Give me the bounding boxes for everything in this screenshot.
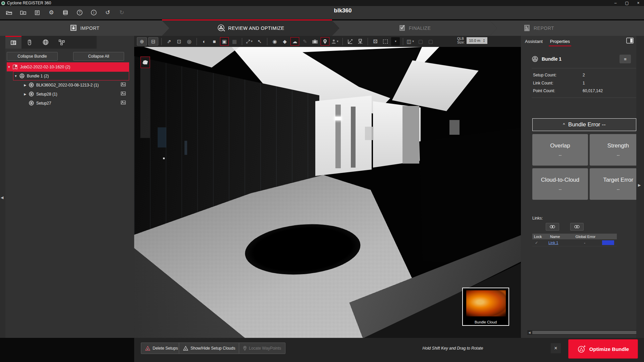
separator (403, 38, 403, 45)
bundle-error-button[interactable]: ^ Bundle Error -- (532, 118, 636, 131)
draw-link-icon[interactable]: ✎ (301, 37, 309, 46)
target-icon[interactable]: ◉ (270, 37, 279, 46)
viewport-bottom-bar: Delete Setups Show/Hide Setup Clouds Loc… (134, 338, 644, 362)
image-view-icon[interactable]: ▦ (230, 37, 239, 46)
unlock-link-button[interactable] (570, 223, 584, 231)
close-button[interactable]: × (633, 0, 644, 6)
open-project-icon[interactable] (4, 8, 14, 17)
lock-link-button[interactable] (546, 223, 559, 231)
settings-gear-icon[interactable]: ⚙ (46, 8, 56, 17)
undo-icon[interactable]: ↺ (103, 8, 113, 17)
show-hide-setup-clouds-button[interactable]: Show/Hide Setup Clouds (179, 343, 239, 354)
limit-box-edit-icon[interactable]: ▢ (416, 37, 425, 46)
expander-icon[interactable]: ▶ (23, 93, 28, 96)
dropdown-icon[interactable]: ▼ (336, 40, 339, 43)
delete-setups-button[interactable]: Delete Setups (141, 343, 182, 354)
scene-exit-sign (335, 117, 341, 120)
link-name[interactable]: Link 1 (548, 241, 558, 245)
camera-position-icon[interactable] (356, 37, 365, 46)
panorama-view-icon[interactable]: ▣ (220, 37, 229, 46)
horizontal-scrollbar[interactable]: ◀ ▶ (527, 330, 641, 335)
tab-properties[interactable]: Properties (549, 38, 571, 46)
camera-icon[interactable] (311, 37, 319, 46)
zoom-region-icon[interactable]: ◎ (185, 37, 194, 46)
solid-color-icon[interactable]: ■ (210, 37, 219, 46)
pick-icon[interactable]: ↖ (255, 37, 264, 46)
tree-row-job[interactable]: ▼ JobG2-2022-02-10-1620 (2) (7, 62, 129, 71)
project-card-icon[interactable] (32, 8, 42, 17)
setup-image-icon[interactable] (121, 92, 126, 97)
job-icon (12, 64, 18, 70)
expand-panel-arrow[interactable]: ▶ (638, 183, 641, 187)
tree-row-label: Setup28 (1) (36, 92, 57, 97)
qlb-spinner[interactable]: ▲▼ (483, 39, 485, 43)
maximize-button[interactable]: ▢ (621, 0, 633, 6)
bundle-icon (532, 56, 538, 62)
collapse-bundle-button[interactable]: Collapse Bundle (7, 52, 58, 61)
project-explorer-tab[interactable] (5, 36, 21, 49)
web-tab[interactable] (38, 36, 54, 49)
network-tab[interactable] (54, 36, 70, 49)
dropdown-icon[interactable]: ▼ (251, 40, 253, 43)
optimize-bundle-button[interactable]: Optimize Bundle (568, 339, 638, 359)
marquee-select-icon[interactable] (381, 37, 390, 46)
add-axis-icon[interactable] (346, 37, 355, 46)
tab-import[interactable]: IMPORT (0, 20, 169, 36)
tab-assistant[interactable]: Assistant (524, 38, 544, 46)
collapse-all-button[interactable]: Collapse All (73, 52, 124, 61)
limit-box-icon[interactable]: ◫▼ (406, 37, 415, 46)
expander-icon[interactable]: ▼ (13, 74, 18, 78)
close-bar-icon[interactable]: × (551, 343, 561, 353)
tree-row-setup[interactable]: Setup27 (23, 99, 129, 108)
fit-view-icon[interactable]: ⊡ (175, 37, 183, 46)
report-icon (523, 24, 531, 33)
tag-icon[interactable]: ◆ (280, 37, 289, 46)
link-row[interactable]: ✓ Link 1 - (532, 239, 617, 246)
select-mode-dropdown[interactable]: ▼ (391, 37, 400, 46)
measure-icon[interactable]: ⤢▼ (245, 37, 254, 46)
waypoint-pin-icon[interactable] (321, 37, 329, 46)
locate-waypoints-button[interactable]: Locate WayPoints (239, 343, 285, 354)
tab-finalize[interactable]: FINALIZE (332, 20, 497, 36)
plan-view-icon[interactable] (141, 57, 150, 68)
point-cloud-scene[interactable]: Bundle Cloud (134, 47, 521, 338)
stat-setup-count: Setup Count:2 (533, 73, 634, 77)
remove-bundle-icon[interactable]: ⊟ (148, 37, 158, 46)
tree-row-setup[interactable]: ▶ Setup28 (1) (23, 89, 129, 99)
storage-database-icon[interactable] (60, 8, 70, 17)
setup-image-icon[interactable] (121, 101, 126, 106)
bundle-header: Bundle 1 (532, 56, 561, 62)
dice-view-icon[interactable]: ⚄ (371, 37, 380, 46)
close-project-icon[interactable] (18, 8, 28, 17)
qlb-size-input[interactable]: 10.0 m ▲▼ (467, 37, 487, 44)
tab-review-and-optimize[interactable]: REVIEW AND OPTIMIZE (162, 20, 339, 36)
redo-icon[interactable]: ↻ (117, 8, 127, 17)
setup-image-icon[interactable] (121, 82, 126, 87)
stat-link-count: Link Count:1 (533, 81, 634, 85)
person-link-icon[interactable]: ▼ (331, 37, 339, 46)
bundle-cloud-thumbnail[interactable]: Bundle Cloud (462, 288, 509, 326)
attachments-tab[interactable] (21, 36, 38, 49)
scrollbar-thumb[interactable] (532, 331, 636, 334)
bundle-list-button[interactable]: ≡ (620, 55, 631, 63)
pane-layout-icon[interactable] (625, 37, 635, 45)
point-color-icon[interactable]: ◐ (200, 37, 209, 46)
project-title: blk360 (316, 7, 370, 14)
help-icon[interactable]: ? (74, 8, 85, 17)
minimize-button[interactable]: – (610, 0, 621, 6)
tree-row-setup[interactable]: ▶ BLK360G2_2022-03-08-1213-2 (1) (23, 80, 129, 89)
share-view-icon[interactable]: ⇗ (165, 37, 173, 46)
tree-row-bundle[interactable]: ▼ Bundle 1 (2) (13, 71, 129, 80)
tree-row-label: BLK360G2_2022-03-08-1213-2 (1) (36, 83, 99, 87)
collapse-left-panel-arrow[interactable]: ◀ (1, 195, 5, 201)
scroll-left-icon[interactable]: ◀ (527, 331, 532, 334)
info-icon[interactable]: i (89, 8, 99, 17)
link-lock-check[interactable]: ✓ (532, 241, 548, 245)
dropdown-icon[interactable]: ▼ (412, 40, 415, 43)
tab-report[interactable]: REPORT (490, 20, 644, 36)
expander-icon[interactable]: ▶ (23, 83, 28, 87)
section-icon[interactable]: ▢ (426, 37, 435, 46)
add-bundle-icon[interactable]: ⊕ (137, 37, 147, 46)
cloud-icon[interactable]: ☁ (290, 37, 299, 46)
expander-icon[interactable]: ▼ (7, 65, 11, 69)
